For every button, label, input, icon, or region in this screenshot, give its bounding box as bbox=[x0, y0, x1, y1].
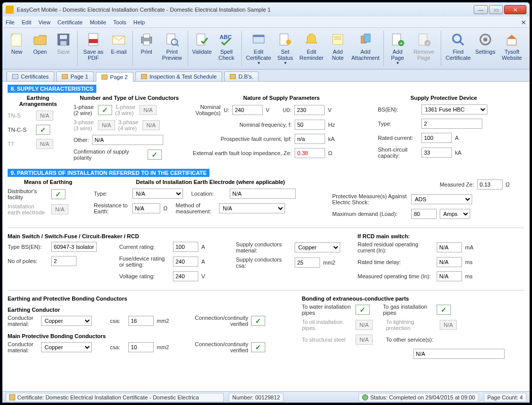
pm-select[interactable]: ADS bbox=[411, 194, 472, 204]
conf-polarity-check[interactable]: ✓ bbox=[148, 150, 162, 160]
pm-label: Protective Measure(s) Against Electric S… bbox=[332, 193, 408, 205]
scm-select[interactable]: Copper bbox=[295, 242, 340, 252]
nop-field[interactable] bbox=[51, 256, 77, 266]
spell-check-button[interactable]: ABCSpell Check bbox=[214, 30, 239, 67]
csa1-field[interactable] bbox=[128, 316, 154, 326]
pfc-field[interactable] bbox=[295, 134, 325, 144]
rroc-field[interactable] bbox=[437, 242, 462, 252]
rated-field[interactable] bbox=[421, 133, 452, 143]
dist-check[interactable]: ✓ bbox=[51, 189, 65, 199]
remove-page-button[interactable]: ×Remove Page bbox=[410, 30, 438, 67]
loc-field[interactable] bbox=[230, 189, 296, 199]
menu-mobile[interactable]: Mobile bbox=[90, 19, 106, 25]
iee-field[interactable] bbox=[51, 204, 68, 214]
ze-field[interactable] bbox=[295, 148, 325, 158]
add-attachment-button[interactable]: Add Attachment bbox=[350, 30, 381, 67]
p33-field[interactable] bbox=[98, 120, 115, 130]
mom-label: Method of measurement: bbox=[175, 202, 216, 214]
print-preview-button[interactable]: Print Preview bbox=[159, 30, 186, 67]
u-field[interactable] bbox=[232, 105, 263, 115]
bsen-select[interactable]: 1361 Fuse HBC bbox=[421, 104, 487, 115]
fdr-field[interactable] bbox=[173, 256, 198, 267]
type9-select[interactable]: N/A bbox=[132, 189, 183, 199]
add-page-button[interactable]: +Add Page▼ bbox=[386, 30, 409, 67]
tbs-field[interactable] bbox=[51, 242, 97, 252]
r2e-field[interactable] bbox=[132, 203, 160, 213]
cm1-label: Conductor material: bbox=[8, 315, 38, 327]
p12-check[interactable]: ✓ bbox=[98, 105, 112, 115]
minimize-button[interactable]: — bbox=[474, 5, 488, 14]
dist-label: Distributor's facility bbox=[8, 188, 48, 200]
tos-label: To other service(s): bbox=[386, 337, 447, 343]
new-button[interactable]: New bbox=[6, 30, 28, 67]
menu-certificate[interactable]: Certificate bbox=[57, 19, 83, 25]
ccv1-check[interactable]: ✓ bbox=[251, 316, 265, 326]
cr-field[interactable] bbox=[173, 242, 198, 252]
print-button[interactable]: Print bbox=[135, 30, 158, 67]
set-status-button[interactable]: Set Status▼ bbox=[274, 30, 296, 67]
menu-help[interactable]: Help bbox=[133, 19, 145, 25]
ss-field[interactable] bbox=[356, 335, 373, 345]
scc-field[interactable] bbox=[295, 257, 320, 268]
oip-label: To oil installation pipes bbox=[302, 319, 352, 331]
p34-field[interactable] bbox=[143, 120, 160, 130]
find-certificate-button[interactable]: Find Certificate bbox=[443, 30, 473, 67]
type9-label: Type: bbox=[94, 191, 129, 197]
maximize-button[interactable]: ▭ bbox=[489, 5, 503, 14]
tysoft-website-button[interactable]: Tysoft Website bbox=[498, 30, 526, 67]
ec-head: Earthing Conductor bbox=[8, 307, 297, 313]
email-button[interactable]: E-mail bbox=[108, 30, 130, 67]
p13-label: 1-phase (3 wire) bbox=[115, 104, 136, 116]
svg-rect-9 bbox=[144, 41, 150, 45]
edit-certificate-button[interactable]: Edit Certificate▼ bbox=[244, 30, 273, 67]
tab-certificates[interactable]: Certificates bbox=[7, 71, 54, 81]
cert-status-icon bbox=[9, 394, 15, 400]
open-button[interactable]: Open bbox=[29, 30, 51, 67]
edit-reminder-button[interactable]: Edit Reminder bbox=[297, 30, 326, 67]
tab-inspection[interactable]: Inspection & Test Schedule bbox=[135, 71, 223, 81]
gip-check[interactable]: ✓ bbox=[437, 305, 451, 315]
ccv2-check[interactable]: ✓ bbox=[251, 342, 265, 352]
menu-edit[interactable]: Edit bbox=[22, 19, 31, 25]
add-note-button[interactable]: Add Note bbox=[327, 30, 349, 67]
save-button[interactable]: Save bbox=[52, 30, 75, 67]
cm2-select[interactable]: Copper bbox=[41, 342, 92, 352]
nf-label: Nominal frequency, f: bbox=[190, 122, 292, 128]
mot-field[interactable] bbox=[437, 271, 462, 281]
csa2-field[interactable] bbox=[128, 342, 154, 352]
save-as-pdf-button[interactable]: Save as PDF bbox=[80, 30, 107, 67]
nf-field[interactable] bbox=[295, 120, 325, 130]
rtd-field[interactable] bbox=[437, 257, 462, 267]
tab-page2[interactable]: Page 2 bbox=[96, 72, 133, 82]
mze-field[interactable] bbox=[477, 179, 503, 190]
other-field[interactable] bbox=[92, 135, 163, 145]
close-button[interactable]: ✕ bbox=[504, 5, 526, 14]
validate-button[interactable]: Validate bbox=[191, 30, 213, 67]
menu-file[interactable]: File bbox=[6, 19, 15, 25]
mom-select[interactable]: N/A bbox=[219, 203, 285, 213]
oip-field[interactable] bbox=[356, 320, 373, 330]
sc-field[interactable] bbox=[421, 148, 452, 158]
inner-close-icon[interactable]: ✕ bbox=[521, 19, 526, 26]
svg-rect-4 bbox=[60, 41, 66, 45]
type-field[interactable] bbox=[421, 119, 482, 129]
other-label: Other: bbox=[74, 137, 89, 143]
menu-tools[interactable]: Tools bbox=[113, 19, 126, 25]
mdl-unit-select[interactable]: Amps bbox=[440, 209, 470, 219]
menu-view[interactable]: View bbox=[39, 19, 51, 25]
tns-field[interactable] bbox=[36, 111, 53, 121]
menubar: File Edit View Certificate Mobile Tools … bbox=[3, 17, 529, 28]
tt-field[interactable] bbox=[36, 139, 53, 149]
settings-button[interactable]: Settings bbox=[474, 30, 496, 67]
tos-field[interactable] bbox=[413, 349, 505, 359]
tab-dbs[interactable]: D.B's. bbox=[224, 71, 259, 81]
mdl-field[interactable] bbox=[411, 209, 437, 219]
wip-check[interactable]: ✓ bbox=[356, 305, 370, 315]
vr-field[interactable] bbox=[173, 271, 198, 281]
p13-field[interactable] bbox=[139, 105, 157, 115]
tab-page1[interactable]: Page 1 bbox=[56, 71, 94, 81]
u0-field[interactable] bbox=[294, 105, 325, 115]
cm1-select[interactable]: Copper bbox=[41, 316, 92, 326]
tncs-check[interactable]: ✓ bbox=[36, 125, 50, 135]
lp-field[interactable] bbox=[440, 320, 457, 330]
